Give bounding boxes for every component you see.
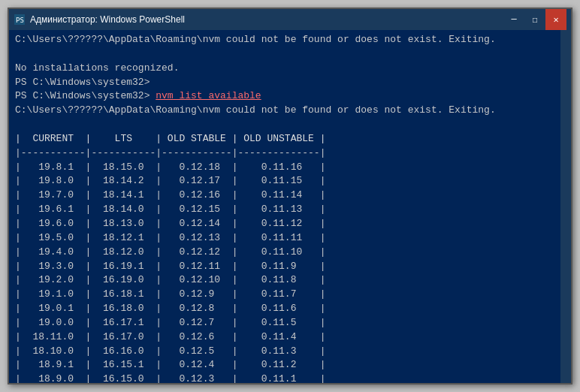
line-6: C:\Users\??????\AppData\Roaming\nvm coul… — [15, 104, 554, 118]
powershell-icon: PS — [14, 14, 26, 26]
table-row-6: | 19.5.0 | 18.12.1 | 0.12.13 | 0.11.11 | — [15, 231, 554, 246]
table-row-14: | 18.10.0 | 16.16.0 | 0.12.5 | 0.11.3 | — [15, 345, 554, 359]
table-row-11: | 19.0.1 | 16.18.0 | 0.12.8 | 0.11.6 | — [15, 302, 554, 316]
table-row-7: | 19.4.0 | 18.12.0 | 0.12.12 | 0.11.10 | — [15, 246, 554, 260]
powershell-window: PS Администратор: Windows PowerShell — ☐… — [8, 8, 572, 384]
svg-text:PS: PS — [16, 17, 24, 24]
table-row-8: | 19.3.0 | 16.19.1 | 0.12.11 | 0.11.9 | — [15, 260, 554, 274]
terminal-wrapper: C:\Users\??????\AppData\Roaming\nvm coul… — [9, 30, 571, 383]
table-row-13: | 18.11.0 | 16.17.0 | 0.12.6 | 0.11.4 | — [15, 330, 554, 345]
titlebar: PS Администратор: Windows PowerShell — ☐… — [9, 9, 571, 30]
table-row-15: | 18.9.1 | 16.15.1 | 0.12.4 | 0.11.2 | — [15, 358, 554, 372]
table-row-12: | 19.0.0 | 16.17.1 | 0.12.7 | 0.11.5 | — [15, 316, 554, 330]
table-row-16: | 18.9.0 | 16.15.0 | 0.12.3 | 0.11.1 | — [15, 372, 554, 383]
table-row-4: | 19.6.1 | 18.14.0 | 0.12.15 | 0.11.13 | — [15, 203, 554, 217]
table-row-10: | 19.1.0 | 16.18.1 | 0.12.9 | 0.11.7 | — [15, 288, 554, 302]
line-4: PS C:\Windows\system32> — [15, 76, 554, 90]
terminal[interactable]: C:\Users\??????\AppData\Roaming\nvm coul… — [9, 30, 560, 383]
table-row-1: | 19.8.1 | 18.15.0 | 0.12.18 | 0.11.16 | — [15, 161, 554, 175]
line-3: No installations recognized. — [15, 62, 554, 76]
scrollbar[interactable] — [560, 30, 571, 383]
line-1: C:\Users\??????\AppData\Roaming\nvm coul… — [15, 33, 554, 47]
minimize-button[interactable]: — — [503, 9, 524, 30]
table-divider: |-----------|-----------|------------|--… — [15, 146, 554, 161]
command-text: nvm list available — [156, 90, 261, 101]
close-button[interactable]: ✕ — [545, 9, 566, 30]
maximize-button[interactable]: ☐ — [524, 9, 545, 30]
window-controls: — ☐ ✕ — [503, 9, 566, 30]
table-row-5: | 19.6.0 | 18.13.0 | 0.12.14 | 0.11.12 | — [15, 217, 554, 231]
table-header: | CURRENT | LTS | OLD STABLE | OLD UNSTA… — [15, 132, 554, 146]
line-7 — [15, 118, 554, 132]
window-title: Администратор: Windows PowerShell — [30, 14, 503, 25]
line-2 — [15, 47, 554, 62]
table-row-3: | 19.7.0 | 18.14.1 | 0.12.16 | 0.11.14 | — [15, 188, 554, 203]
table-row-2: | 19.8.0 | 18.14.2 | 0.12.17 | 0.11.15 | — [15, 174, 554, 188]
table-row-9: | 19.2.0 | 16.19.0 | 0.12.10 | 0.11.8 | — [15, 273, 554, 288]
line-5: PS C:\Windows\system32> nvm list availab… — [15, 89, 554, 104]
